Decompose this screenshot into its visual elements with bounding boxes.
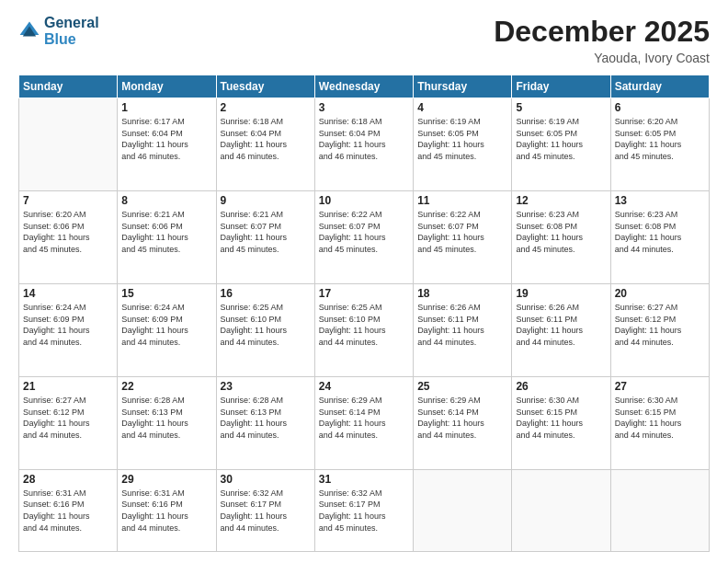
day-number: 25 [417,380,507,393]
calendar-table: Sunday Monday Tuesday Wednesday Thursday… [18,75,710,552]
col-saturday: Saturday [610,75,709,98]
day-number: 19 [516,287,606,300]
day-info: Sunrise: 6:19 AMSunset: 6:05 PMDaylight:… [516,116,606,162]
day-number: 5 [516,101,606,114]
day-info: Sunrise: 6:23 AMSunset: 6:08 PMDaylight:… [516,209,606,255]
day-number: 15 [121,287,211,300]
day-number: 10 [319,194,409,207]
day-info: Sunrise: 6:24 AMSunset: 6:09 PMDaylight:… [23,302,113,348]
day-info: Sunrise: 6:20 AMSunset: 6:06 PMDaylight:… [23,209,113,255]
logo-text: General Blue [44,15,99,47]
table-row: 13Sunrise: 6:23 AMSunset: 6:08 PMDayligh… [610,190,709,283]
day-number: 3 [319,101,409,114]
day-info: Sunrise: 6:20 AMSunset: 6:05 PMDaylight:… [615,116,705,162]
day-number: 2 [221,101,311,114]
day-info: Sunrise: 6:28 AMSunset: 6:13 PMDaylight:… [121,395,211,441]
day-number: 12 [516,194,606,207]
day-info: Sunrise: 6:24 AMSunset: 6:09 PMDaylight:… [121,302,211,348]
table-row: 19Sunrise: 6:26 AMSunset: 6:11 PMDayligh… [512,283,610,376]
day-number: 20 [615,287,705,300]
table-row: 3Sunrise: 6:18 AMSunset: 6:04 PMDaylight… [314,98,413,191]
table-row: 21Sunrise: 6:27 AMSunset: 6:12 PMDayligh… [19,376,118,469]
table-row: 29Sunrise: 6:31 AMSunset: 6:16 PMDayligh… [118,469,216,551]
day-info: Sunrise: 6:27 AMSunset: 6:12 PMDaylight:… [615,302,705,348]
day-number: 26 [516,380,606,393]
day-info: Sunrise: 6:31 AMSunset: 6:16 PMDaylight:… [23,488,113,534]
table-row: 17Sunrise: 6:25 AMSunset: 6:10 PMDayligh… [314,283,413,376]
day-number: 21 [23,380,113,393]
table-row: 7Sunrise: 6:20 AMSunset: 6:06 PMDaylight… [19,190,118,283]
table-row [19,98,118,191]
table-row: 4Sunrise: 6:19 AMSunset: 6:05 PMDaylight… [414,98,512,191]
table-row: 9Sunrise: 6:21 AMSunset: 6:07 PMDaylight… [216,190,314,283]
table-row: 22Sunrise: 6:28 AMSunset: 6:13 PMDayligh… [118,376,216,469]
day-info: Sunrise: 6:31 AMSunset: 6:16 PMDaylight:… [121,488,211,534]
day-number: 16 [221,287,311,300]
col-thursday: Thursday [414,75,512,98]
day-info: Sunrise: 6:26 AMSunset: 6:11 PMDaylight:… [417,302,507,348]
table-row: 20Sunrise: 6:27 AMSunset: 6:12 PMDayligh… [610,283,709,376]
day-number: 7 [23,194,113,207]
table-row: 28Sunrise: 6:31 AMSunset: 6:16 PMDayligh… [19,469,118,551]
day-number: 22 [121,380,211,393]
day-info: Sunrise: 6:23 AMSunset: 6:08 PMDaylight:… [615,209,705,255]
table-row: 15Sunrise: 6:24 AMSunset: 6:09 PMDayligh… [118,283,216,376]
day-number: 23 [221,380,311,393]
col-monday: Monday [118,75,216,98]
day-info: Sunrise: 6:30 AMSunset: 6:15 PMDaylight:… [615,395,705,441]
table-row: 23Sunrise: 6:28 AMSunset: 6:13 PMDayligh… [216,376,314,469]
day-number: 1 [121,101,211,114]
day-info: Sunrise: 6:29 AMSunset: 6:14 PMDaylight:… [319,395,409,441]
day-number: 11 [417,194,507,207]
table-row: 1Sunrise: 6:17 AMSunset: 6:04 PMDaylight… [118,98,216,191]
day-number: 18 [417,287,507,300]
title-block: December 2025 Yaouda, Ivory Coast [494,15,710,65]
day-info: Sunrise: 6:30 AMSunset: 6:15 PMDaylight:… [516,395,606,441]
day-info: Sunrise: 6:22 AMSunset: 6:07 PMDaylight:… [417,209,507,255]
table-row: 14Sunrise: 6:24 AMSunset: 6:09 PMDayligh… [19,283,118,376]
day-number: 17 [319,287,409,300]
day-info: Sunrise: 6:17 AMSunset: 6:04 PMDaylight:… [121,116,211,162]
day-info: Sunrise: 6:26 AMSunset: 6:11 PMDaylight:… [516,302,606,348]
day-info: Sunrise: 6:18 AMSunset: 6:04 PMDaylight:… [319,116,409,162]
day-info: Sunrise: 6:22 AMSunset: 6:07 PMDaylight:… [319,209,409,255]
day-number: 29 [121,473,211,486]
table-row: 16Sunrise: 6:25 AMSunset: 6:10 PMDayligh… [216,283,314,376]
table-row: 2Sunrise: 6:18 AMSunset: 6:04 PMDaylight… [216,98,314,191]
day-info: Sunrise: 6:21 AMSunset: 6:06 PMDaylight:… [121,209,211,255]
month-title: December 2025 [494,15,710,49]
day-number: 28 [23,473,113,486]
day-info: Sunrise: 6:28 AMSunset: 6:13 PMDaylight:… [221,395,311,441]
day-info: Sunrise: 6:19 AMSunset: 6:05 PMDaylight:… [417,116,507,162]
day-info: Sunrise: 6:25 AMSunset: 6:10 PMDaylight:… [319,302,409,348]
day-info: Sunrise: 6:27 AMSunset: 6:12 PMDaylight:… [23,395,113,441]
day-number: 6 [615,101,705,114]
day-number: 9 [221,194,311,207]
day-info: Sunrise: 6:32 AMSunset: 6:17 PMDaylight:… [319,488,409,534]
day-number: 31 [319,473,409,486]
header: General Blue December 2025 Yaouda, Ivory… [18,15,710,65]
day-number: 27 [615,380,705,393]
table-row: 25Sunrise: 6:29 AMSunset: 6:14 PMDayligh… [414,376,512,469]
table-row: 10Sunrise: 6:22 AMSunset: 6:07 PMDayligh… [314,190,413,283]
day-number: 8 [121,194,211,207]
calendar-header-row: Sunday Monday Tuesday Wednesday Thursday… [19,75,710,98]
table-row [512,469,610,551]
location: Yaouda, Ivory Coast [494,51,710,65]
col-tuesday: Tuesday [216,75,314,98]
col-friday: Friday [512,75,610,98]
day-info: Sunrise: 6:25 AMSunset: 6:10 PMDaylight:… [221,302,311,348]
table-row: 5Sunrise: 6:19 AMSunset: 6:05 PMDaylight… [512,98,610,191]
table-row: 6Sunrise: 6:20 AMSunset: 6:05 PMDaylight… [610,98,709,191]
day-info: Sunrise: 6:21 AMSunset: 6:07 PMDaylight:… [221,209,311,255]
logo: General Blue [18,15,99,47]
day-info: Sunrise: 6:29 AMSunset: 6:14 PMDaylight:… [417,395,507,441]
day-number: 13 [615,194,705,207]
table-row: 24Sunrise: 6:29 AMSunset: 6:14 PMDayligh… [314,376,413,469]
table-row [414,469,512,551]
table-row: 30Sunrise: 6:32 AMSunset: 6:17 PMDayligh… [216,469,314,551]
logo-icon [18,20,40,42]
table-row [610,469,709,551]
table-row: 11Sunrise: 6:22 AMSunset: 6:07 PMDayligh… [414,190,512,283]
day-number: 30 [221,473,311,486]
